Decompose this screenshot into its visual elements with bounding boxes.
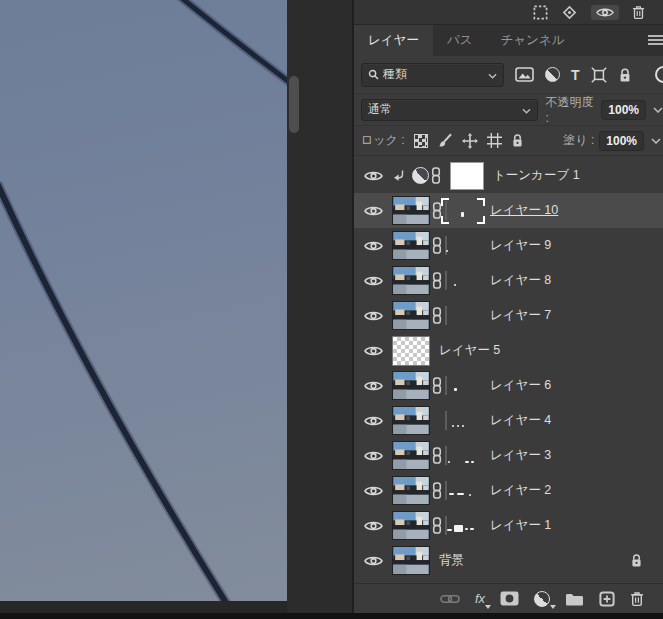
layer-mask-thumbnail[interactable] bbox=[445, 517, 481, 535]
lock-position-icon[interactable] bbox=[462, 133, 478, 149]
layer-name[interactable]: レイヤー 7 bbox=[490, 307, 551, 324]
mask-link-icon[interactable] bbox=[431, 307, 443, 324]
fill-chevron-icon[interactable] bbox=[651, 138, 661, 144]
layer-mask-thumbnail[interactable] bbox=[445, 412, 481, 430]
selection-marquee-icon[interactable] bbox=[533, 5, 548, 20]
layer-thumbnail[interactable] bbox=[392, 406, 430, 435]
opacity-chevron-icon[interactable] bbox=[653, 107, 663, 113]
layer-name[interactable]: レイヤー 6 bbox=[490, 377, 551, 394]
layer-mask-thumbnail[interactable] bbox=[445, 237, 481, 255]
layer-visibility-eye-icon[interactable] bbox=[364, 275, 388, 287]
adjustment-mask-thumbnail[interactable] bbox=[450, 162, 484, 190]
layer-name[interactable]: 背景 bbox=[439, 552, 464, 569]
image-filter-icon[interactable] bbox=[515, 67, 534, 82]
layer-row[interactable]: レイヤー 6 bbox=[354, 368, 663, 403]
layer-name[interactable]: トーンカーブ 1 bbox=[493, 167, 580, 184]
fill-value[interactable]: 100% bbox=[599, 131, 644, 151]
mask-link-icon[interactable] bbox=[431, 272, 443, 289]
transparent-layer-thumbnail[interactable] bbox=[392, 336, 430, 366]
adjustment-filter-icon[interactable] bbox=[545, 67, 560, 82]
visibility-eye-button[interactable] bbox=[591, 5, 619, 20]
layer-name[interactable]: レイヤー 4 bbox=[490, 412, 551, 429]
layer-name[interactable]: レイヤー 1 bbox=[490, 517, 551, 534]
layer-row[interactable]: レイヤー 9 bbox=[354, 228, 663, 263]
layer-visibility-eye-icon[interactable] bbox=[364, 555, 388, 567]
vertical-scrollbar[interactable] bbox=[289, 76, 299, 133]
new-adjustment-layer-button[interactable] bbox=[534, 591, 550, 607]
layer-thumbnail[interactable] bbox=[392, 511, 430, 540]
frame-filter-icon[interactable] bbox=[591, 67, 607, 83]
layer-visibility-eye-icon[interactable] bbox=[364, 205, 388, 217]
mask-link-icon[interactable] bbox=[431, 377, 443, 394]
smart-object-filter-icon[interactable] bbox=[618, 67, 632, 83]
layer-mask-thumbnail[interactable] bbox=[445, 307, 481, 325]
blend-mode-select[interactable]: 通常 bbox=[361, 99, 538, 121]
mask-link-icon[interactable] bbox=[431, 517, 443, 534]
delete-trash-icon[interactable] bbox=[632, 5, 645, 20]
tab-layers[interactable]: レイヤー bbox=[354, 25, 433, 56]
layer-mask-thumbnail[interactable] bbox=[445, 272, 481, 290]
mask-link-icon[interactable] bbox=[431, 447, 443, 464]
mask-link-icon[interactable] bbox=[430, 167, 442, 184]
layer-visibility-eye-icon[interactable] bbox=[364, 485, 388, 497]
layer-thumbnail[interactable] bbox=[392, 546, 430, 575]
layer-name[interactable]: レイヤー 10 bbox=[490, 202, 558, 219]
layer-visibility-eye-icon[interactable] bbox=[364, 450, 388, 462]
link-layers-icon[interactable] bbox=[440, 594, 460, 604]
background-lock-icon[interactable] bbox=[630, 553, 643, 568]
layer-name[interactable]: レイヤー 8 bbox=[490, 272, 551, 289]
layer-thumbnail[interactable] bbox=[392, 441, 430, 470]
mask-link-icon[interactable] bbox=[431, 237, 443, 254]
new-group-button[interactable] bbox=[565, 592, 584, 606]
layer-thumbnail[interactable] bbox=[392, 196, 430, 225]
add-layer-mask-button[interactable] bbox=[500, 591, 519, 606]
filter-kind-select[interactable]: 種類 bbox=[361, 63, 504, 87]
layer-visibility-eye-icon[interactable] bbox=[364, 310, 388, 322]
layer-name[interactable]: レイヤー 5 bbox=[439, 342, 500, 359]
tab-paths[interactable]: パス bbox=[433, 25, 487, 56]
layer-thumbnail[interactable] bbox=[392, 301, 430, 330]
layer-visibility-eye-icon[interactable] bbox=[364, 415, 388, 427]
lock-image-pixels-icon[interactable] bbox=[437, 133, 453, 149]
layer-row[interactable]: レイヤー 8 bbox=[354, 263, 663, 298]
layer-visibility-eye-icon[interactable] bbox=[364, 345, 388, 357]
layer-thumbnail[interactable] bbox=[392, 476, 430, 505]
layer-visibility-eye-icon[interactable] bbox=[364, 520, 388, 532]
opacity-value[interactable]: 100% bbox=[601, 100, 646, 120]
document-canvas[interactable] bbox=[0, 0, 287, 601]
layer-mask-thumbnail[interactable] bbox=[445, 202, 481, 220]
layer-row[interactable]: レイヤー 3 bbox=[354, 438, 663, 473]
layer-visibility-eye-icon[interactable] bbox=[364, 380, 388, 392]
filter-toggle-icon[interactable] bbox=[655, 66, 663, 83]
layer-row[interactable]: レイヤー 10 bbox=[354, 193, 663, 228]
layer-thumbnail[interactable] bbox=[392, 371, 430, 400]
layer-visibility-eye-icon[interactable] bbox=[364, 240, 388, 252]
type-filter-icon[interactable]: T bbox=[571, 67, 580, 83]
layer-row[interactable]: 背景 bbox=[354, 543, 663, 578]
layer-name[interactable]: レイヤー 9 bbox=[490, 237, 551, 254]
lock-artboard-icon[interactable] bbox=[487, 133, 502, 148]
layer-thumbnail[interactable] bbox=[392, 266, 430, 295]
layer-mask-thumbnail[interactable] bbox=[445, 377, 481, 395]
layer-row[interactable]: レイヤー 4 bbox=[354, 403, 663, 438]
layer-row[interactable]: レイヤー 5 bbox=[354, 333, 663, 368]
layer-mask-thumbnail[interactable] bbox=[445, 447, 481, 465]
mask-diamond-icon[interactable] bbox=[561, 4, 578, 21]
layer-name[interactable]: レイヤー 2 bbox=[490, 482, 551, 499]
mask-link-icon[interactable] bbox=[431, 482, 443, 499]
layer-row[interactable]: レイヤー 7 bbox=[354, 298, 663, 333]
lock-transparent-pixels-icon[interactable] bbox=[414, 134, 428, 148]
tab-channels[interactable]: チャンネル bbox=[486, 25, 578, 56]
lock-all-icon[interactable] bbox=[511, 133, 524, 148]
layer-mask-thumbnail[interactable] bbox=[445, 482, 481, 500]
layer-name[interactable]: レイヤー 3 bbox=[490, 447, 551, 464]
delete-layer-button[interactable] bbox=[630, 591, 644, 607]
layer-style-fx-button[interactable]: fx bbox=[475, 591, 485, 607]
adjustment-layer-icon[interactable] bbox=[412, 167, 429, 184]
layer-row[interactable]: レイヤー 2 bbox=[354, 473, 663, 508]
panel-menu-icon[interactable] bbox=[648, 33, 663, 47]
layer-visibility-eye-icon[interactable] bbox=[364, 170, 388, 182]
new-layer-button[interactable] bbox=[599, 591, 615, 607]
layer-thumbnail[interactable] bbox=[392, 231, 430, 260]
layer-row[interactable]: レイヤー 1 bbox=[354, 508, 663, 543]
